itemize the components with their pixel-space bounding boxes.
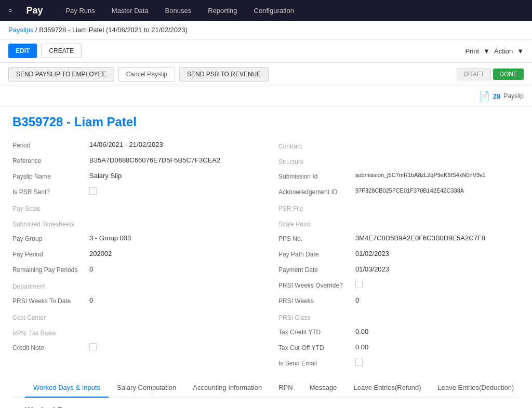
edit-button[interactable]: EDIT xyxy=(8,44,37,58)
department-label: Department xyxy=(12,281,45,291)
form-right-col: Contract Structure Submission Id submiss… xyxy=(266,140,520,370)
submitted-timesheets-label: Submitted Timesheets xyxy=(12,219,74,229)
payslip-icon: 📄 xyxy=(478,90,490,102)
credit-note-label: Credit Note xyxy=(12,343,85,351)
record-title: B359728 - Liam Patel xyxy=(12,115,520,129)
period-row: Period 14/06/2021 - 21/02/2023 xyxy=(12,140,254,152)
tab-salary-computation[interactable]: Salary Computation xyxy=(109,378,184,398)
acknowledgement-id-value: 97F328CB025FCE01F370B142E42C338A xyxy=(355,187,464,194)
reference-label: Reference xyxy=(12,156,85,165)
pps-no-value: 3M4E7C8D5B9A2E0F6C3B0D9E5A2C7F8 xyxy=(355,234,485,242)
payslip-label: Payslip xyxy=(503,92,524,100)
action-bar: SEND PAYSLIP TO EMPLOYEE Cancel Payslip … xyxy=(0,63,532,86)
acknowledgement-id-row: Acknowledgement ID 97F328CB025FCE01F370B… xyxy=(278,186,520,199)
action-button[interactable]: Action xyxy=(494,47,513,55)
nav-bonuses[interactable]: Bonuses xyxy=(163,7,194,15)
tab-worked-days[interactable]: Worked Days & Inputs xyxy=(25,378,109,398)
pps-no-label: PPS No. xyxy=(278,234,351,242)
action-chevron[interactable]: ▼ xyxy=(517,47,524,55)
pay-group-row: Pay Group 3 - Group 003 xyxy=(12,233,254,246)
status-bar: DRAFT DONE xyxy=(457,68,524,80)
is-send-email-label: Is Send Email xyxy=(278,359,351,367)
pay-period-value: 202002 xyxy=(89,250,112,257)
print-chevron[interactable]: ▼ xyxy=(483,47,490,55)
cancel-payslip-button[interactable]: Cancel Payslip xyxy=(118,67,175,81)
cost-center-row: Cost Center xyxy=(12,311,254,323)
tab-leave-entries-deduction[interactable]: Leave Entries(Deduction) xyxy=(430,378,520,398)
tab-rpn[interactable]: RPN xyxy=(270,378,301,398)
credit-note-row: Credit Note xyxy=(12,342,254,355)
scale-point-row: Scale Point xyxy=(278,217,520,230)
pay-period-label: Pay Period xyxy=(12,250,85,258)
prsi-weeks-to-date-value: 0 xyxy=(89,296,93,304)
credit-note-checkbox[interactable] xyxy=(89,343,97,350)
pay-group-value: 3 - Group 003 xyxy=(89,234,131,242)
payslip-name-label: Payslip Name xyxy=(12,172,85,180)
toolbar: EDIT CREATE Print ▼ Action ▼ xyxy=(0,39,532,63)
remaining-pay-periods-value: 0 xyxy=(89,265,93,273)
prsi-weeks-row: PRSI Weeks 0 xyxy=(278,295,520,308)
nav-pay-runs[interactable]: Pay Runs xyxy=(63,7,97,15)
send-payslip-button[interactable]: SEND PAYSLIP TO EMPLOYEE xyxy=(8,67,114,81)
payslip-name-row: Payslip Name Salary Slip xyxy=(12,171,254,183)
structure-label: Structure xyxy=(278,156,304,167)
toolbar-right: Print ▼ Action ▼ xyxy=(465,47,524,55)
tabs-bar: Worked Days & Inputs Salary Computation … xyxy=(12,378,520,398)
prsi-weeks-override-checkbox[interactable] xyxy=(355,281,363,288)
tab-accounting-information[interactable]: Accounting Information xyxy=(184,378,270,398)
prsi-weeks-to-date-label: PRSI Weeks To Date xyxy=(12,296,85,305)
period-value: 14/06/2021 - 21/02/2023 xyxy=(89,141,163,148)
breadcrumb: Payslips / B359728 - Liam Patel (14/06/2… xyxy=(0,21,532,39)
psr-file-label: PSR File xyxy=(278,203,303,213)
send-psr-button[interactable]: SEND PSR TO REVENUE xyxy=(179,67,269,81)
submitted-timesheets-row: Submitted Timesheets xyxy=(12,217,254,230)
pay-scale-row: Pay Scale xyxy=(12,202,254,214)
payslip-badge[interactable]: 📄 28 Payslip xyxy=(478,90,524,102)
nav-reporting[interactable]: Reporting xyxy=(206,7,239,15)
main-content: 📄 28 Payslip B359728 - Liam Patel Period… xyxy=(0,86,532,408)
period-label: Period xyxy=(12,141,85,149)
print-button[interactable]: Print xyxy=(465,47,479,55)
pay-path-date-label: Pay Path Date xyxy=(278,250,351,258)
contract-label: Contract xyxy=(278,141,302,151)
contract-row: Contract xyxy=(278,140,520,152)
pay-group-label: Pay Group xyxy=(12,234,85,242)
prsi-weeks-override-label: PRSI Weeks Override? xyxy=(278,281,351,289)
submission-id-value: submission_j5C7mR1bA8zL2qP9eK6fS4xN0nV3v… xyxy=(355,172,486,178)
payslip-badge-bar: 📄 28 Payslip xyxy=(0,86,532,106)
rpn-tax-basis-label: RPN: Tax Basis xyxy=(12,328,56,338)
submission-id-row: Submission Id submission_j5C7mR1bA8zL2qP… xyxy=(278,171,520,183)
form-area: B359728 - Liam Patel Period 14/06/2021 -… xyxy=(0,106,532,408)
create-button[interactable]: CREATE xyxy=(41,44,82,58)
tax-credit-ytd-label: Tax Credit YTD xyxy=(278,328,351,336)
prsi-weeks-to-date-row: PRSI Weeks To Date 0 xyxy=(12,295,254,308)
prsi-class-row: PRSI Class xyxy=(278,311,520,323)
payment-date-value: 01/03/2023 xyxy=(355,265,389,273)
breadcrumb-parent[interactable]: Payslips xyxy=(8,26,33,34)
brand-logo: Pay xyxy=(26,5,43,16)
payslip-name-value: Salary Slip xyxy=(89,172,122,180)
apps-icon[interactable]: ▫ xyxy=(8,5,11,16)
submission-id-label: Submission Id xyxy=(278,172,351,180)
remaining-pay-periods-label: Remaining Pay Periods xyxy=(12,265,85,274)
payslip-count: 28 xyxy=(493,92,500,100)
department-row: Department xyxy=(12,280,254,292)
cost-center-label: Cost Center xyxy=(12,312,46,322)
pay-period-row: Pay Period 202002 xyxy=(12,249,254,261)
payment-date-label: Payment Date xyxy=(278,265,351,274)
toolbar-left: EDIT CREATE xyxy=(8,44,82,58)
tab-leave-entries-refund[interactable]: Leave Entries(Refund) xyxy=(345,378,429,398)
prsi-class-label: PRSI Class xyxy=(278,312,310,322)
pps-no-row: PPS No. 3M4E7C8D5B9A2E0F6C3B0D9E5A2C7F8 xyxy=(278,233,520,246)
nav-configuration[interactable]: Configuration xyxy=(252,7,296,15)
is-psr-sent-label: Is PSR Sent? xyxy=(12,187,85,196)
is-send-email-row: Is Send Email xyxy=(278,358,520,370)
is-send-email-checkbox[interactable] xyxy=(355,359,363,366)
acknowledgement-id-label: Acknowledgement ID xyxy=(278,187,351,196)
nav-master-data[interactable]: Master Data xyxy=(110,7,151,15)
is-psr-sent-checkbox[interactable] xyxy=(89,187,97,195)
tab-message[interactable]: Message xyxy=(301,378,345,398)
status-done: DONE xyxy=(493,69,524,80)
pay-scale-label: Pay Scale xyxy=(12,203,41,213)
reference-row: Reference B35A7D0688C66076E7D5F5B5C7F3CE… xyxy=(12,155,254,168)
